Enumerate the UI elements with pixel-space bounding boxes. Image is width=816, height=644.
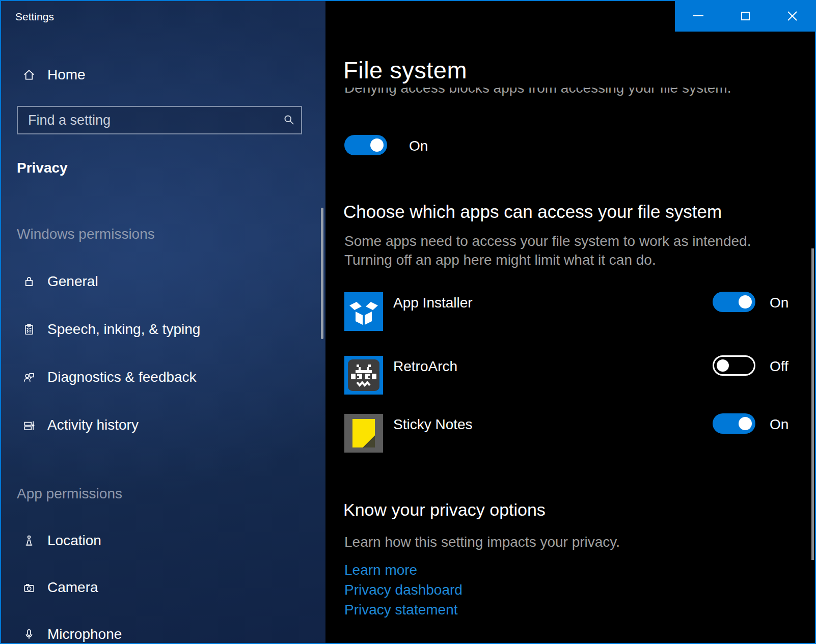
app-installer-toggle[interactable]	[713, 292, 755, 312]
sidebar-item-label: Home	[47, 67, 86, 83]
close-icon	[787, 11, 798, 21]
toggle-knob	[370, 138, 384, 152]
home-icon	[22, 68, 36, 81]
clipboard-checklist-icon	[22, 323, 36, 336]
retroarch-toggle-state: Off	[770, 358, 788, 375]
sidebar-item-label: Camera	[47, 579, 98, 596]
maximize-button[interactable]	[722, 0, 769, 32]
person-feedback-icon	[22, 371, 36, 384]
toggle-knob	[739, 295, 752, 309]
sidebar-item-location[interactable]: Location	[22, 530, 101, 551]
app-installer-icon	[344, 292, 383, 331]
app-title: Settings	[15, 11, 54, 23]
lock-icon	[22, 275, 36, 288]
learn-more-link[interactable]: Learn more	[344, 562, 417, 578]
section-header-windows-permissions: Windows permissions	[17, 226, 155, 242]
section-header-app-permissions: App permissions	[17, 486, 122, 502]
search-icon	[278, 114, 301, 127]
sidebar-item-camera[interactable]: Camera	[22, 577, 98, 598]
privacy-statement-link[interactable]: Privacy statement	[344, 602, 458, 618]
activity-history-icon	[22, 418, 36, 432]
search-input[interactable]	[18, 113, 278, 128]
search-box	[17, 106, 302, 134]
apps-section-description: Some apps need to access your file syste…	[344, 232, 751, 269]
app-name: App Installer	[393, 295, 473, 311]
sidebar-item-label: General	[47, 273, 98, 290]
file-system-access-toggle-state: On	[409, 138, 428, 154]
location-person-icon	[22, 534, 36, 547]
sidebar-item-home[interactable]: Home	[22, 65, 86, 85]
sidebar: Settings Home Privacy Windows permission…	[0, 0, 325, 644]
sticky-notes-toggle[interactable]	[713, 413, 755, 434]
sidebar-item-speech-inking-typing[interactable]: Speech, inking, & typing	[22, 319, 200, 340]
file-system-page: File system Denying access blocks apps f…	[325, 0, 816, 644]
camera-icon	[22, 581, 36, 594]
toggle-knob	[717, 359, 729, 372]
sidebar-item-label: Activity history	[47, 417, 139, 433]
window-controls	[675, 0, 816, 32]
page-title: File system	[343, 56, 467, 84]
retroarch-toggle[interactable]	[713, 355, 755, 376]
sidebar-item-label: Diagnostics & feedback	[47, 369, 197, 385]
sidebar-item-diagnostics-feedback[interactable]: Diagnostics & feedback	[22, 367, 197, 387]
sidebar-item-label: Microphone	[47, 626, 122, 642]
privacy-dashboard-link[interactable]: Privacy dashboard	[344, 582, 463, 598]
sticky-notes-toggle-state: On	[770, 416, 788, 433]
app-installer-toggle-state: On	[770, 295, 788, 311]
settings-window: Settings Home Privacy Windows permission…	[0, 0, 816, 644]
apps-section-heading: Choose which apps can access your file s…	[343, 202, 722, 222]
retroarch-icon	[344, 356, 383, 395]
privacy-options-heading: Know your privacy options	[343, 500, 546, 520]
toggle-knob	[739, 417, 752, 430]
minimize-icon	[693, 15, 703, 16]
sidebar-item-activity-history[interactable]: Activity history	[22, 415, 139, 435]
app-name: Sticky Notes	[393, 416, 473, 433]
sticky-notes-icon	[344, 414, 383, 453]
app-name: RetroArch	[393, 358, 457, 375]
sidebar-item-microphone[interactable]: Microphone	[22, 624, 122, 644]
maximize-icon	[741, 12, 750, 20]
sidebar-item-label: Location	[47, 533, 101, 549]
sidebar-scrollbar-thumb[interactable]	[321, 208, 323, 339]
sidebar-item-general[interactable]: General	[22, 271, 98, 292]
file-system-access-toggle[interactable]	[344, 135, 387, 155]
sidebar-item-label: Speech, inking, & typing	[47, 321, 200, 338]
microphone-icon	[22, 628, 36, 641]
breadcrumb: Privacy	[17, 160, 68, 176]
clipped-description: Denying access blocks apps from accessin…	[344, 88, 772, 100]
close-button[interactable]	[769, 0, 816, 32]
privacy-options-description: Learn how this setting impacts your priv…	[344, 533, 620, 551]
main-scrollbar-thumb[interactable]	[811, 248, 814, 560]
minimize-button[interactable]	[675, 0, 722, 32]
